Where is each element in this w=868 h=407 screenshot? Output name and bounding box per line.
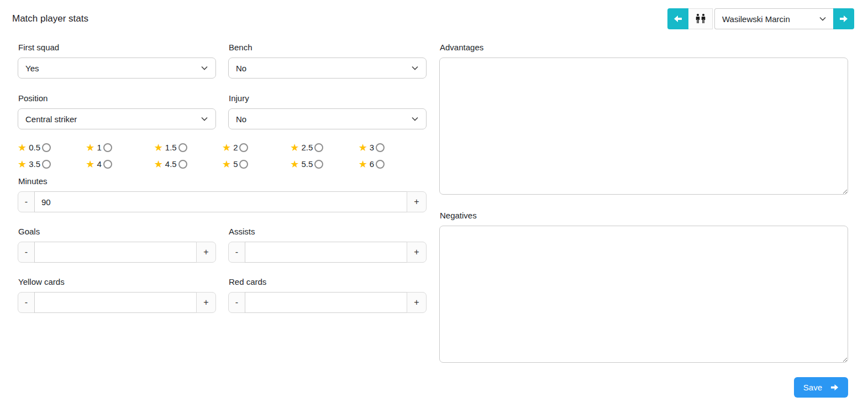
rating-radio[interactable]: [314, 160, 323, 169]
rating-option: ★ 4.5: [154, 159, 222, 169]
minutes-stepper: - +: [18, 191, 427, 212]
star-icon: ★: [86, 143, 94, 152]
star-icon: ★: [154, 160, 163, 169]
notes-pane: Advantages Negatives Save: [439, 43, 848, 398]
star-icon: ★: [86, 160, 94, 169]
chevron-down-icon: [201, 66, 208, 70]
goals-label: Goals: [18, 227, 216, 237]
star-icon: ★: [222, 143, 231, 152]
rating-option-label: 5.5: [301, 159, 313, 169]
minutes-input[interactable]: [34, 191, 407, 212]
bench-label: Bench: [229, 43, 427, 53]
rating-option: ★ 4: [86, 159, 154, 169]
yellow-cards-stepper: - +: [18, 292, 216, 313]
negatives-textarea[interactable]: [439, 226, 848, 363]
save-arrow-right-icon: [830, 383, 839, 392]
rating-radio[interactable]: [239, 160, 248, 169]
goals-input[interactable]: [34, 242, 197, 263]
assists-input[interactable]: [245, 242, 407, 263]
form-body: First squad Yes Bench No: [0, 29, 868, 398]
player-select-value: Wasilewski Marcin: [722, 14, 790, 24]
rating-radio[interactable]: [42, 143, 51, 152]
advantages-label: Advantages: [440, 43, 848, 53]
star-icon: ★: [222, 160, 231, 169]
rating-option-label: 5: [233, 159, 238, 169]
rating-radio[interactable]: [314, 143, 323, 152]
minutes-increment-button[interactable]: +: [407, 191, 427, 212]
yellow-cards-label: Yellow cards: [18, 277, 216, 287]
rating-radio[interactable]: [376, 160, 385, 169]
advantages-textarea[interactable]: [439, 58, 848, 195]
assists-increment-button[interactable]: +: [407, 242, 427, 263]
rating-radio[interactable]: [103, 143, 112, 152]
yellow-cards-decrement-button[interactable]: -: [18, 292, 35, 313]
yellow-cards-increment-button[interactable]: +: [196, 292, 216, 313]
star-icon: ★: [18, 143, 27, 152]
rating-option-label: 4.5: [165, 159, 177, 169]
star-icon: ★: [18, 160, 27, 169]
rating-option: ★ 5: [222, 159, 290, 169]
rating-radio[interactable]: [42, 160, 51, 169]
header: Match player stats: [0, 0, 868, 29]
chevron-down-icon: [201, 117, 208, 121]
assists-label: Assists: [229, 227, 427, 237]
yellow-cards-input[interactable]: [34, 292, 197, 313]
goals-increment-button[interactable]: +: [196, 242, 216, 263]
minutes-decrement-button[interactable]: -: [18, 191, 35, 212]
chevron-down-icon: [412, 117, 418, 121]
red-cards-increment-button[interactable]: +: [407, 292, 427, 313]
bench-field: Bench No: [228, 43, 427, 79]
rating-option: ★ 2.5: [290, 143, 358, 152]
rating-option: ★ 1.5: [154, 143, 222, 152]
red-cards-decrement-button[interactable]: -: [228, 292, 245, 313]
next-player-button[interactable]: [833, 8, 854, 29]
bench-value: No: [236, 64, 246, 73]
assists-stepper: - +: [228, 242, 427, 263]
injury-select[interactable]: No: [228, 108, 427, 129]
rating-option-label: 3.5: [29, 159, 40, 169]
red-cards-field: Red cards - +: [228, 277, 427, 313]
yellow-cards-field: Yellow cards - +: [18, 277, 216, 313]
position-select[interactable]: Central striker: [18, 108, 216, 129]
previous-player-button[interactable]: [667, 8, 688, 29]
rating-radio[interactable]: [239, 143, 248, 152]
rating-option-label: 2.5: [301, 143, 313, 152]
rating-option: ★ 3: [359, 143, 427, 152]
rating-option: ★ 1: [86, 143, 154, 152]
rating-option-label: 4: [97, 159, 101, 169]
save-button[interactable]: Save: [794, 377, 848, 398]
rating-radio[interactable]: [178, 143, 187, 152]
rating-option-label: 3: [370, 143, 374, 152]
assists-decrement-button[interactable]: -: [228, 242, 245, 263]
goals-decrement-button[interactable]: -: [18, 242, 35, 263]
rating-option-label: 0.5: [29, 143, 40, 152]
rating-radio[interactable]: [103, 160, 112, 169]
injury-label: Injury: [229, 93, 427, 103]
players-list-button[interactable]: [688, 8, 713, 29]
star-icon: ★: [290, 160, 299, 169]
injury-value: No: [236, 114, 246, 124]
rating-option-label: 6: [370, 159, 374, 169]
position-field: Position Central striker: [18, 93, 216, 129]
red-cards-stepper: - +: [228, 292, 427, 313]
first-squad-select[interactable]: Yes: [18, 58, 216, 79]
save-button-label: Save: [803, 383, 822, 392]
rating-radio[interactable]: [376, 143, 385, 152]
first-squad-field: First squad Yes: [18, 43, 216, 79]
arrow-right-icon: [839, 14, 848, 23]
stats-pane: First squad Yes Bench No: [18, 43, 427, 398]
star-icon: ★: [359, 143, 367, 152]
page-title: Match player stats: [12, 8, 88, 24]
minutes-field: Minutes - +: [18, 176, 427, 212]
rating-grid: ★ 0.5 ★ 1 ★ 1.5 ★ 2 ★ 2.5: [18, 143, 427, 169]
bench-select[interactable]: No: [228, 58, 427, 79]
position-label: Position: [18, 93, 216, 103]
player-select[interactable]: Wasilewski Marcin: [714, 8, 833, 29]
red-cards-input[interactable]: [245, 292, 407, 313]
assists-field: Assists - +: [228, 227, 427, 263]
rating-option-label: 1: [97, 143, 101, 152]
rating-option: ★ 5.5: [290, 159, 358, 169]
star-icon: ★: [154, 143, 163, 152]
rating-radio[interactable]: [178, 160, 187, 169]
star-icon: ★: [359, 160, 367, 169]
